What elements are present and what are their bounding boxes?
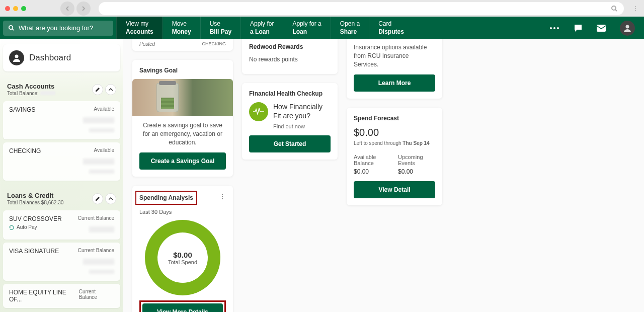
view-detail-button[interactable]: View Detail — [354, 181, 435, 198]
dashboard-header[interactable]: Dashboard — [3, 44, 120, 71]
view-details-highlight: View More Details — [139, 300, 226, 312]
traffic-lights — [5, 6, 26, 11]
account-visa[interactable]: VISA SIGNATURECurrent Balance — [3, 243, 120, 281]
user-icon — [9, 50, 24, 65]
search-icon — [8, 25, 15, 31]
window-min-icon[interactable] — [13, 6, 18, 11]
spending-title: Spending Analysis — [139, 194, 193, 201]
account-suv[interactable]: SUV CROSSOVERCurrent Balance Auto Pay — [3, 210, 120, 240]
account-heloc[interactable]: HOME EQUITY LINE OF...Current Balance — [3, 284, 120, 308]
search-icon — [611, 5, 618, 12]
svg-line-6 — [12, 29, 14, 30]
nav-card-disputes[interactable]: CardDisputes — [369, 17, 413, 39]
chat-icon[interactable] — [574, 24, 583, 33]
posted-account: CHECKING — [202, 41, 226, 47]
loans-section-header: Loans & Credit Total Balances $8,662.30 — [3, 190, 120, 207]
rewards-text: No rewards points — [249, 55, 331, 64]
spending-period: Last 30 Days — [139, 209, 226, 215]
health-subtitle: Find out now — [273, 123, 331, 129]
nav-apply-loan[interactable]: Apply fora Loan — [240, 17, 283, 39]
autopay-indicator: Auto Pay — [9, 224, 37, 230]
nav-bill-pay[interactable]: UseBill Pay — [200, 17, 240, 39]
window-close-icon[interactable] — [5, 6, 10, 11]
spending-amount: $0.00 — [173, 251, 192, 259]
svg-point-11 — [626, 25, 629, 28]
forecast-title: Spend Forecast — [354, 115, 435, 122]
health-question: How Financially Fit are you? — [273, 102, 331, 120]
sidebar: Dashboard Cash Accounts Total Balance: S… — [0, 39, 123, 312]
more-icon[interactable] — [549, 27, 559, 30]
spending-label: Total Spend — [168, 259, 197, 265]
rewards-card: Redwood Rewards No rewards points — [242, 39, 338, 74]
top-nav: What are you looking for? View myAccount… — [0, 17, 644, 39]
collapse-button[interactable] — [105, 84, 116, 95]
savings-goal-title: Savings Goal — [139, 67, 226, 74]
chrome-menu-icon[interactable] — [632, 5, 639, 12]
savings-goal-card: Savings Goal Create a savings goal to sa… — [132, 60, 233, 177]
heartbeat-icon — [249, 102, 268, 121]
posted-label: Posted — [139, 41, 155, 47]
svg-point-5 — [9, 26, 13, 29]
global-search[interactable]: What are you looking for? — [3, 21, 113, 36]
cash-title: Cash Accounts — [7, 83, 90, 90]
spending-donut: $0.00 Total Spend — [139, 220, 226, 295]
health-checkup-card: Financial Health Checkup How Financially… — [242, 83, 338, 160]
browser-chrome — [0, 0, 644, 17]
insurance-text: Insurance options available from RCU Ins… — [354, 43, 435, 68]
svg-point-9 — [557, 27, 559, 29]
svg-point-8 — [553, 27, 555, 29]
create-savings-goal-button[interactable]: Create a Savings Goal — [139, 152, 226, 170]
spending-title-highlight: Spending Analysis — [135, 191, 197, 205]
upcoming-events-value: $0.00 — [398, 168, 435, 175]
get-started-button[interactable]: Get Started — [249, 135, 331, 152]
nav-apply-loan-2[interactable]: Apply for aLoan — [283, 17, 330, 39]
loans-subtitle: Total Balances $8,662.30 — [7, 200, 90, 205]
window-max-icon[interactable] — [21, 6, 26, 11]
back-button[interactable] — [60, 2, 74, 16]
account-savings[interactable]: SAVINGSAvailable — [3, 101, 120, 139]
nav-accounts[interactable]: View myAccounts — [116, 17, 163, 39]
svg-point-2 — [635, 6, 636, 7]
account-checking[interactable]: CHECKINGAvailable — [3, 142, 120, 181]
loans-title: Loans & Credit — [7, 192, 90, 199]
view-more-details-button[interactable]: View More Details — [142, 303, 223, 312]
forward-button[interactable] — [76, 2, 91, 16]
nav-move-money[interactable]: MoveMoney — [163, 17, 200, 39]
rewards-title: Redwood Rewards — [249, 43, 331, 50]
avail-balance-label: Available Balance — [354, 154, 391, 166]
svg-point-12 — [15, 55, 19, 58]
nav-right — [549, 17, 644, 39]
cash-subtitle: Total Balance: — [7, 91, 90, 96]
profile-avatar[interactable] — [620, 21, 635, 36]
nav-open-share[interactable]: Open aShare — [331, 17, 369, 39]
collapse-button[interactable] — [105, 193, 116, 204]
forecast-subtitle: Left to spend through Thu Sep 14 — [354, 140, 435, 146]
svg-point-4 — [635, 10, 636, 11]
transaction-stub: Posted CHECKING — [132, 39, 233, 51]
savings-jar-image — [132, 79, 233, 116]
nav-items: View myAccounts MoveMoney UseBill Pay Ap… — [116, 17, 413, 39]
url-bar[interactable] — [99, 2, 624, 15]
edit-button[interactable] — [92, 84, 103, 95]
menu-dots-icon[interactable]: ⋮ — [219, 193, 226, 200]
edit-button[interactable] — [92, 193, 103, 204]
nav-arrows — [60, 2, 91, 16]
svg-line-1 — [615, 10, 617, 11]
mail-icon[interactable] — [597, 25, 606, 32]
avail-balance-value: $0.00 — [354, 168, 391, 175]
dashboard-title: Dashboard — [29, 53, 71, 63]
spend-forecast-card: Spend Forecast $0.00 Left to spend throu… — [347, 108, 442, 205]
forecast-amount: $0.00 — [354, 127, 435, 138]
svg-point-7 — [550, 27, 552, 29]
refresh-icon — [9, 225, 14, 230]
svg-point-3 — [635, 8, 636, 9]
svg-rect-10 — [597, 25, 606, 32]
cash-section-header: Cash Accounts Total Balance: — [3, 81, 120, 98]
savings-goal-text: Create a savings goal to save for an eme… — [139, 121, 226, 146]
content-area: Posted CHECKING Savings Goal Create a sa… — [123, 39, 644, 312]
spending-analysis-card: Spending Analysis ⋮ Last 30 Days $0.00 T… — [132, 186, 233, 312]
learn-more-button[interactable]: Learn More — [354, 74, 435, 92]
search-placeholder: What are you looking for? — [19, 24, 93, 32]
upcoming-events-label: Upcoming Events — [398, 154, 435, 166]
insurance-card: Insurance options available from RCU Ins… — [347, 39, 442, 99]
